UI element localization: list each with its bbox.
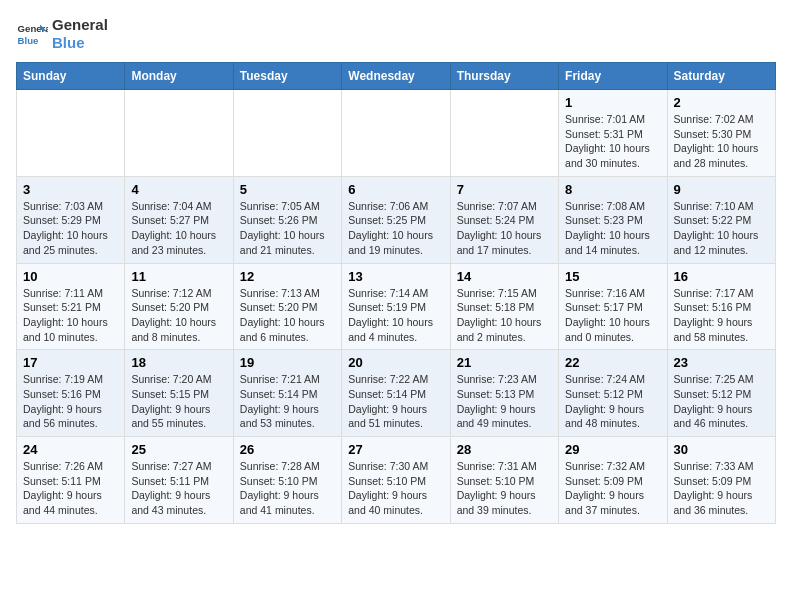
calendar-cell — [342, 90, 450, 177]
calendar-table: SundayMondayTuesdayWednesdayThursdayFrid… — [16, 62, 776, 524]
weekday-header: Wednesday — [342, 63, 450, 90]
day-info: Sunrise: 7:23 AM Sunset: 5:13 PM Dayligh… — [457, 372, 552, 431]
calendar-header: SundayMondayTuesdayWednesdayThursdayFrid… — [17, 63, 776, 90]
day-number: 26 — [240, 442, 335, 457]
calendar-cell: 27Sunrise: 7:30 AM Sunset: 5:10 PM Dayli… — [342, 437, 450, 524]
day-number: 4 — [131, 182, 226, 197]
calendar-cell: 19Sunrise: 7:21 AM Sunset: 5:14 PM Dayli… — [233, 350, 341, 437]
calendar-cell: 14Sunrise: 7:15 AM Sunset: 5:18 PM Dayli… — [450, 263, 558, 350]
day-info: Sunrise: 7:04 AM Sunset: 5:27 PM Dayligh… — [131, 199, 226, 258]
day-number: 10 — [23, 269, 118, 284]
day-number: 19 — [240, 355, 335, 370]
day-number: 23 — [674, 355, 769, 370]
day-number: 22 — [565, 355, 660, 370]
day-info: Sunrise: 7:32 AM Sunset: 5:09 PM Dayligh… — [565, 459, 660, 518]
calendar-cell — [17, 90, 125, 177]
day-info: Sunrise: 7:21 AM Sunset: 5:14 PM Dayligh… — [240, 372, 335, 431]
calendar-cell: 8Sunrise: 7:08 AM Sunset: 5:23 PM Daylig… — [559, 176, 667, 263]
day-info: Sunrise: 7:13 AM Sunset: 5:20 PM Dayligh… — [240, 286, 335, 345]
logo: General Blue General Blue — [16, 16, 108, 52]
calendar-cell — [450, 90, 558, 177]
calendar-cell: 6Sunrise: 7:06 AM Sunset: 5:25 PM Daylig… — [342, 176, 450, 263]
day-number: 12 — [240, 269, 335, 284]
day-number: 21 — [457, 355, 552, 370]
calendar-cell: 3Sunrise: 7:03 AM Sunset: 5:29 PM Daylig… — [17, 176, 125, 263]
day-info: Sunrise: 7:05 AM Sunset: 5:26 PM Dayligh… — [240, 199, 335, 258]
calendar-cell: 24Sunrise: 7:26 AM Sunset: 5:11 PM Dayli… — [17, 437, 125, 524]
day-info: Sunrise: 7:31 AM Sunset: 5:10 PM Dayligh… — [457, 459, 552, 518]
calendar-cell: 15Sunrise: 7:16 AM Sunset: 5:17 PM Dayli… — [559, 263, 667, 350]
day-number: 18 — [131, 355, 226, 370]
logo-text: General Blue — [52, 16, 108, 52]
day-info: Sunrise: 7:01 AM Sunset: 5:31 PM Dayligh… — [565, 112, 660, 171]
day-number: 8 — [565, 182, 660, 197]
calendar-cell — [125, 90, 233, 177]
day-info: Sunrise: 7:33 AM Sunset: 5:09 PM Dayligh… — [674, 459, 769, 518]
calendar-cell — [233, 90, 341, 177]
day-number: 3 — [23, 182, 118, 197]
day-info: Sunrise: 7:07 AM Sunset: 5:24 PM Dayligh… — [457, 199, 552, 258]
day-info: Sunrise: 7:26 AM Sunset: 5:11 PM Dayligh… — [23, 459, 118, 518]
calendar-cell: 10Sunrise: 7:11 AM Sunset: 5:21 PM Dayli… — [17, 263, 125, 350]
calendar-cell: 21Sunrise: 7:23 AM Sunset: 5:13 PM Dayli… — [450, 350, 558, 437]
day-info: Sunrise: 7:03 AM Sunset: 5:29 PM Dayligh… — [23, 199, 118, 258]
day-number: 29 — [565, 442, 660, 457]
calendar-cell: 25Sunrise: 7:27 AM Sunset: 5:11 PM Dayli… — [125, 437, 233, 524]
day-info: Sunrise: 7:28 AM Sunset: 5:10 PM Dayligh… — [240, 459, 335, 518]
day-info: Sunrise: 7:27 AM Sunset: 5:11 PM Dayligh… — [131, 459, 226, 518]
day-number: 27 — [348, 442, 443, 457]
day-info: Sunrise: 7:19 AM Sunset: 5:16 PM Dayligh… — [23, 372, 118, 431]
calendar-cell: 2Sunrise: 7:02 AM Sunset: 5:30 PM Daylig… — [667, 90, 775, 177]
day-number: 28 — [457, 442, 552, 457]
calendar-cell: 7Sunrise: 7:07 AM Sunset: 5:24 PM Daylig… — [450, 176, 558, 263]
day-number: 2 — [674, 95, 769, 110]
weekday-header: Friday — [559, 63, 667, 90]
calendar-cell: 9Sunrise: 7:10 AM Sunset: 5:22 PM Daylig… — [667, 176, 775, 263]
day-info: Sunrise: 7:22 AM Sunset: 5:14 PM Dayligh… — [348, 372, 443, 431]
calendar-cell: 12Sunrise: 7:13 AM Sunset: 5:20 PM Dayli… — [233, 263, 341, 350]
calendar-cell: 5Sunrise: 7:05 AM Sunset: 5:26 PM Daylig… — [233, 176, 341, 263]
day-number: 1 — [565, 95, 660, 110]
day-number: 15 — [565, 269, 660, 284]
day-info: Sunrise: 7:10 AM Sunset: 5:22 PM Dayligh… — [674, 199, 769, 258]
calendar-cell: 29Sunrise: 7:32 AM Sunset: 5:09 PM Dayli… — [559, 437, 667, 524]
calendar-cell: 4Sunrise: 7:04 AM Sunset: 5:27 PM Daylig… — [125, 176, 233, 263]
calendar-cell: 17Sunrise: 7:19 AM Sunset: 5:16 PM Dayli… — [17, 350, 125, 437]
logo-icon: General Blue — [16, 18, 48, 50]
calendar-cell: 16Sunrise: 7:17 AM Sunset: 5:16 PM Dayli… — [667, 263, 775, 350]
day-number: 13 — [348, 269, 443, 284]
day-info: Sunrise: 7:15 AM Sunset: 5:18 PM Dayligh… — [457, 286, 552, 345]
svg-text:Blue: Blue — [18, 35, 39, 46]
calendar-cell: 11Sunrise: 7:12 AM Sunset: 5:20 PM Dayli… — [125, 263, 233, 350]
day-info: Sunrise: 7:25 AM Sunset: 5:12 PM Dayligh… — [674, 372, 769, 431]
day-number: 5 — [240, 182, 335, 197]
calendar-cell: 20Sunrise: 7:22 AM Sunset: 5:14 PM Dayli… — [342, 350, 450, 437]
calendar-cell: 30Sunrise: 7:33 AM Sunset: 5:09 PM Dayli… — [667, 437, 775, 524]
day-info: Sunrise: 7:16 AM Sunset: 5:17 PM Dayligh… — [565, 286, 660, 345]
day-info: Sunrise: 7:08 AM Sunset: 5:23 PM Dayligh… — [565, 199, 660, 258]
day-info: Sunrise: 7:30 AM Sunset: 5:10 PM Dayligh… — [348, 459, 443, 518]
day-number: 30 — [674, 442, 769, 457]
calendar-cell: 23Sunrise: 7:25 AM Sunset: 5:12 PM Dayli… — [667, 350, 775, 437]
weekday-header: Saturday — [667, 63, 775, 90]
calendar-cell: 28Sunrise: 7:31 AM Sunset: 5:10 PM Dayli… — [450, 437, 558, 524]
weekday-header: Monday — [125, 63, 233, 90]
calendar-cell: 22Sunrise: 7:24 AM Sunset: 5:12 PM Dayli… — [559, 350, 667, 437]
day-info: Sunrise: 7:20 AM Sunset: 5:15 PM Dayligh… — [131, 372, 226, 431]
calendar-cell: 18Sunrise: 7:20 AM Sunset: 5:15 PM Dayli… — [125, 350, 233, 437]
day-info: Sunrise: 7:14 AM Sunset: 5:19 PM Dayligh… — [348, 286, 443, 345]
page-header: General Blue General Blue — [16, 16, 776, 52]
day-info: Sunrise: 7:24 AM Sunset: 5:12 PM Dayligh… — [565, 372, 660, 431]
day-info: Sunrise: 7:06 AM Sunset: 5:25 PM Dayligh… — [348, 199, 443, 258]
weekday-header: Thursday — [450, 63, 558, 90]
day-number: 7 — [457, 182, 552, 197]
day-number: 25 — [131, 442, 226, 457]
day-number: 17 — [23, 355, 118, 370]
day-number: 20 — [348, 355, 443, 370]
day-number: 16 — [674, 269, 769, 284]
day-info: Sunrise: 7:17 AM Sunset: 5:16 PM Dayligh… — [674, 286, 769, 345]
day-number: 6 — [348, 182, 443, 197]
calendar-cell: 26Sunrise: 7:28 AM Sunset: 5:10 PM Dayli… — [233, 437, 341, 524]
weekday-header: Tuesday — [233, 63, 341, 90]
day-info: Sunrise: 7:02 AM Sunset: 5:30 PM Dayligh… — [674, 112, 769, 171]
